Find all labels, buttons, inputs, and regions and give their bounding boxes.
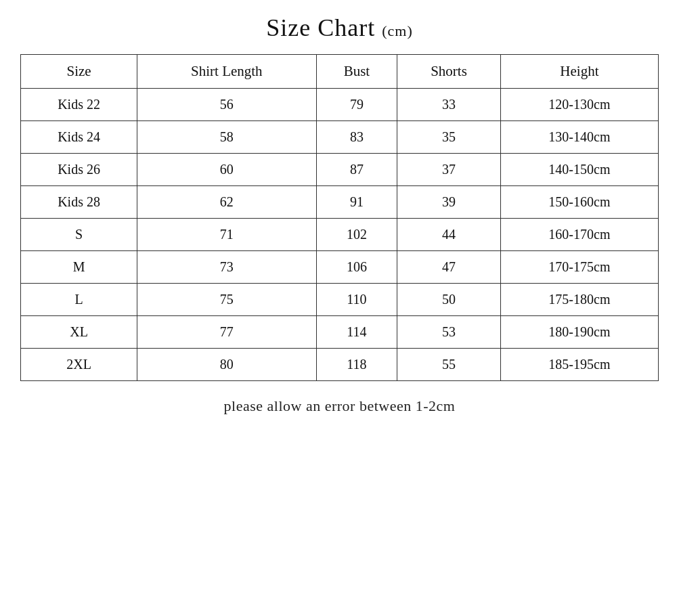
cell-height-8: 185-195cm	[500, 349, 658, 381]
cell-bust-3: 91	[316, 186, 397, 219]
cell-shirt_length-0: 56	[137, 89, 316, 121]
cell-size-5: M	[21, 251, 137, 284]
table-row: S7110244160-170cm	[21, 219, 659, 251]
cell-shirt_length-5: 73	[137, 251, 316, 284]
table-row: Kids 28629139150-160cm	[21, 186, 659, 219]
cell-shirt_length-7: 77	[137, 316, 316, 349]
cell-shorts-0: 33	[397, 89, 500, 121]
table-row: 2XL8011855185-195cm	[21, 349, 659, 381]
cell-height-4: 160-170cm	[500, 219, 658, 251]
footer-note: please allow an error between 1-2cm	[224, 397, 456, 415]
cell-size-7: XL	[21, 316, 137, 349]
cell-bust-1: 83	[316, 121, 397, 154]
cell-height-2: 140-150cm	[500, 154, 658, 186]
cell-size-8: 2XL	[21, 349, 137, 381]
cell-shirt_length-1: 58	[137, 121, 316, 154]
cell-shorts-4: 44	[397, 219, 500, 251]
cell-bust-8: 118	[316, 349, 397, 381]
table-row: L7511050175-180cm	[21, 284, 659, 316]
table-row: Kids 24588335130-140cm	[21, 121, 659, 154]
cell-shorts-8: 55	[397, 349, 500, 381]
cell-height-0: 120-130cm	[500, 89, 658, 121]
size-chart-table: Size Shirt Length Bust Shorts Height Kid…	[20, 54, 659, 381]
cell-shorts-7: 53	[397, 316, 500, 349]
cell-shirt_length-8: 80	[137, 349, 316, 381]
cell-bust-4: 102	[316, 219, 397, 251]
cell-bust-7: 114	[316, 316, 397, 349]
cell-size-4: S	[21, 219, 137, 251]
cell-size-1: Kids 24	[21, 121, 137, 154]
cell-bust-2: 87	[316, 154, 397, 186]
cell-size-6: L	[21, 284, 137, 316]
cell-height-1: 130-140cm	[500, 121, 658, 154]
cell-shirt_length-2: 60	[137, 154, 316, 186]
cell-shorts-2: 37	[397, 154, 500, 186]
cell-bust-6: 110	[316, 284, 397, 316]
table-row: XL7711453180-190cm	[21, 316, 659, 349]
cell-height-5: 170-175cm	[500, 251, 658, 284]
cell-shirt_length-6: 75	[137, 284, 316, 316]
cell-shorts-5: 47	[397, 251, 500, 284]
cell-height-3: 150-160cm	[500, 186, 658, 219]
cell-shorts-1: 35	[397, 121, 500, 154]
cell-height-7: 180-190cm	[500, 316, 658, 349]
cell-bust-5: 106	[316, 251, 397, 284]
cell-shirt_length-4: 71	[137, 219, 316, 251]
cell-bust-0: 79	[316, 89, 397, 121]
cell-size-3: Kids 28	[21, 186, 137, 219]
table-row: M7310647170-175cm	[21, 251, 659, 284]
cell-size-2: Kids 26	[21, 154, 137, 186]
page-title: Size Chart (cm)	[266, 14, 413, 42]
cell-shorts-6: 50	[397, 284, 500, 316]
table-row: Kids 26608737140-150cm	[21, 154, 659, 186]
col-header-shirt-length: Shirt Length	[137, 55, 316, 89]
cell-shirt_length-3: 62	[137, 186, 316, 219]
col-header-size: Size	[21, 55, 137, 89]
cell-height-6: 175-180cm	[500, 284, 658, 316]
table-row: Kids 22567933120-130cm	[21, 89, 659, 121]
cell-shorts-3: 39	[397, 186, 500, 219]
cell-size-0: Kids 22	[21, 89, 137, 121]
table-header-row: Size Shirt Length Bust Shorts Height	[21, 55, 659, 89]
col-header-bust: Bust	[316, 55, 397, 89]
col-header-height: Height	[500, 55, 658, 89]
col-header-shorts: Shorts	[397, 55, 500, 89]
